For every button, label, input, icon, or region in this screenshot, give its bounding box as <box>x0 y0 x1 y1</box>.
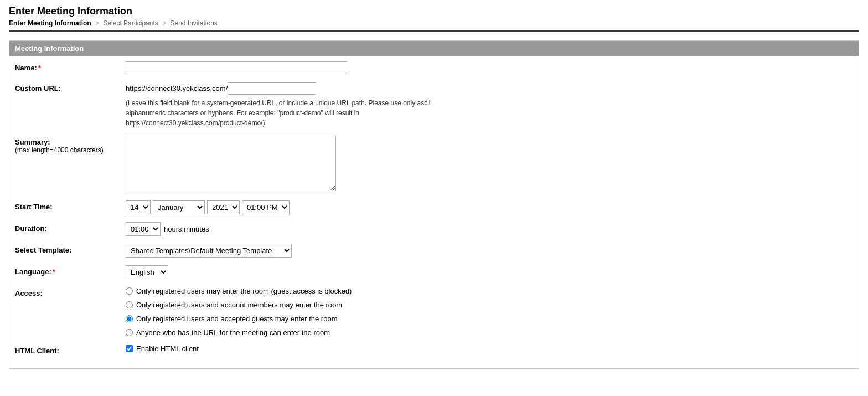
html-client-checkbox[interactable] <box>126 345 133 352</box>
breadcrumb-current: Enter Meeting Information <box>9 19 91 27</box>
breadcrumb-separator-1: > <box>95 19 99 27</box>
duration-controls: 00:3001:0001:30 02:0002:3003:00 hours:mi… <box>126 222 853 236</box>
language-required: * <box>53 268 55 276</box>
summary-field <box>126 136 853 193</box>
template-select[interactable]: Shared Templates\Default Meeting Templat… <box>126 244 292 258</box>
language-select[interactable]: English French German Spanish <box>126 265 168 279</box>
breadcrumb-step3[interactable]: Send Invitations <box>170 19 217 27</box>
start-time-controls: 14 12345 678910 1112131516 1718192021 22… <box>126 200 853 214</box>
name-input[interactable] <box>126 61 347 74</box>
name-label: Name:* <box>15 61 126 72</box>
template-row: Select Template: Shared Templates\Defaul… <box>15 244 853 258</box>
name-field <box>126 61 853 74</box>
url-base: https://connect30.yekclass.com/ <box>126 84 228 92</box>
template-label: Select Template: <box>15 244 126 254</box>
duration-field: 00:3001:0001:30 02:0002:3003:00 hours:mi… <box>126 222 853 236</box>
page-title: Enter Meeting Information <box>9 6 859 17</box>
breadcrumb: Enter Meeting Information > Select Parti… <box>9 19 859 27</box>
access-label-4: Anyone who has the URL for the meeting c… <box>136 328 330 337</box>
name-row: Name:* <box>15 61 853 74</box>
url-hint: (Leave this field blank for a system-gen… <box>126 98 469 128</box>
start-day-select[interactable]: 14 12345 678910 1112131516 1718192021 22… <box>126 200 151 214</box>
html-client-row: HTML Client: Enable HTML client <box>15 344 853 355</box>
access-options: Only registered users may enter the room… <box>126 287 853 337</box>
meeting-form-container: Meeting Information Name:* Custom URL: h… <box>9 40 859 369</box>
html-client-field: Enable HTML client <box>126 344 853 353</box>
access-row: Access: Only registered users may enter … <box>15 287 853 337</box>
access-radio-2[interactable] <box>126 301 133 308</box>
summary-label: Summary: (max length=4000 characters) <box>15 136 126 154</box>
custom-url-field: https://connect30.yekclass.com/ (Leave t… <box>126 82 853 128</box>
form-body: Name:* Custom URL: https://connect30.yek… <box>9 56 859 368</box>
html-client-checkbox-label: Enable HTML client <box>136 344 199 353</box>
html-client-label: HTML Client: <box>15 344 126 355</box>
page-header: Enter Meeting Information Enter Meeting … <box>0 0 868 30</box>
access-field: Only registered users may enter the room… <box>126 287 853 337</box>
language-row: Language:* English French German Spanish <box>15 265 853 279</box>
breadcrumb-separator-2: > <box>162 19 166 27</box>
access-label: Access: <box>15 287 126 297</box>
duration-label: Duration: <box>15 222 126 233</box>
access-label-1: Only registered users may enter the room… <box>136 287 352 295</box>
duration-row: Duration: 00:3001:0001:30 02:0002:3003:0… <box>15 222 853 236</box>
name-required: * <box>38 64 41 72</box>
start-time-label: Start Time: <box>15 200 126 211</box>
duration-select[interactable]: 00:3001:0001:30 02:0002:3003:00 <box>126 222 161 236</box>
access-label-3: Only registered users and accepted guest… <box>136 315 337 323</box>
start-time-row: Start Time: 14 12345 678910 1112131516 1… <box>15 200 853 214</box>
start-year-select[interactable]: 2020202120222023 <box>207 200 240 214</box>
summary-row: Summary: (max length=4000 characters) <box>15 136 853 193</box>
header-divider <box>9 30 859 32</box>
url-row: https://connect30.yekclass.com/ <box>126 82 853 95</box>
language-label: Language:* <box>15 265 126 276</box>
custom-url-row: Custom URL: https://connect30.yekclass.c… <box>15 82 853 128</box>
access-radio-1[interactable] <box>126 287 133 295</box>
start-time-field: 14 12345 678910 1112131516 1718192021 22… <box>126 200 853 214</box>
start-hour-select[interactable]: 12:00 AM01:00 AM02:00 AM03:00 AM 04:00 A… <box>242 200 290 214</box>
language-field: English French German Spanish <box>126 265 853 279</box>
summary-textarea[interactable] <box>126 136 336 191</box>
start-month-select[interactable]: JanuaryFebruaryMarchApril MayJuneJulyAug… <box>153 200 205 214</box>
access-label-2: Only registered users and account member… <box>136 301 342 309</box>
hours-minutes-label: hours:minutes <box>164 225 209 233</box>
breadcrumb-step2[interactable]: Select Participants <box>103 19 158 27</box>
access-option-1[interactable]: Only registered users may enter the room… <box>126 287 853 295</box>
section-header: Meeting Information <box>9 41 859 56</box>
summary-sublabel: (max length=4000 characters) <box>15 146 126 154</box>
template-field: Shared Templates\Default Meeting Templat… <box>126 244 853 258</box>
html-client-option[interactable]: Enable HTML client <box>126 344 853 353</box>
access-option-3[interactable]: Only registered users and accepted guest… <box>126 315 853 323</box>
access-option-2[interactable]: Only registered users and account member… <box>126 301 853 309</box>
access-radio-4[interactable] <box>126 329 133 336</box>
custom-url-label: Custom URL: <box>15 82 126 92</box>
access-radio-3[interactable] <box>126 315 133 322</box>
access-option-4[interactable]: Anyone who has the URL for the meeting c… <box>126 328 853 337</box>
url-input[interactable] <box>228 82 316 95</box>
